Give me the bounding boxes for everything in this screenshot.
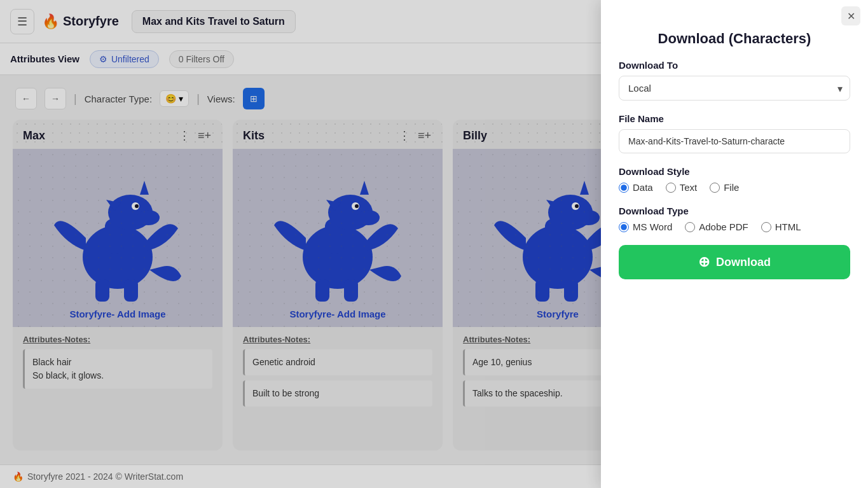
type-msword-radio[interactable]: MS Word [619,221,672,232]
download-circle-icon: ⊕ [698,254,710,270]
style-file-radio[interactable]: File [710,182,739,193]
download-to-select[interactable]: Local Google Drive Dropbox [619,76,850,101]
type-pdf-input[interactable] [685,222,695,232]
panel-close-bar: ✕ [601,0,868,25]
panel-close-button[interactable]: ✕ [841,6,860,25]
type-html-label: HTML [775,221,801,232]
download-confirm-button[interactable]: ⊕ Download [619,245,850,279]
download-type-radio-group: MS Word Adobe PDF HTML [619,221,850,232]
style-file-label: File [724,182,739,193]
download-type-label: Download Type [619,206,850,216]
download-confirm-label: Download [716,256,771,269]
download-panel: ✕ Download (Characters) Download To Loca… [601,0,868,488]
file-name-group: File Name [619,113,850,153]
download-to-group: Download To Local Google Drive Dropbox ▾ [619,60,850,101]
type-pdf-label: Adobe PDF [699,221,748,232]
download-to-select-wrapper: Local Google Drive Dropbox ▾ [619,76,850,101]
style-text-input[interactable] [666,183,676,193]
download-style-group: Download Style Data Text File [619,166,850,193]
type-msword-input[interactable] [619,222,629,232]
type-html-radio[interactable]: HTML [761,221,801,232]
download-to-label: Download To [619,60,850,71]
style-text-radio[interactable]: Text [666,182,698,193]
style-file-input[interactable] [710,183,720,193]
style-data-label: Data [633,182,653,193]
style-data-input[interactable] [619,183,629,193]
style-text-label: Text [680,182,698,193]
download-style-label: Download Style [619,166,850,177]
type-pdf-radio[interactable]: Adobe PDF [685,221,748,232]
type-msword-label: MS Word [633,221,672,232]
download-type-group: Download Type MS Word Adobe PDF HTML [619,206,850,232]
file-name-input[interactable] [619,129,850,153]
type-html-input[interactable] [761,222,771,232]
panel-body: Download To Local Google Drive Dropbox ▾… [601,60,868,488]
file-name-label: File Name [619,113,850,124]
panel-title: Download (Characters) [601,25,868,60]
style-data-radio[interactable]: Data [619,182,653,193]
download-style-radio-group: Data Text File [619,182,850,193]
